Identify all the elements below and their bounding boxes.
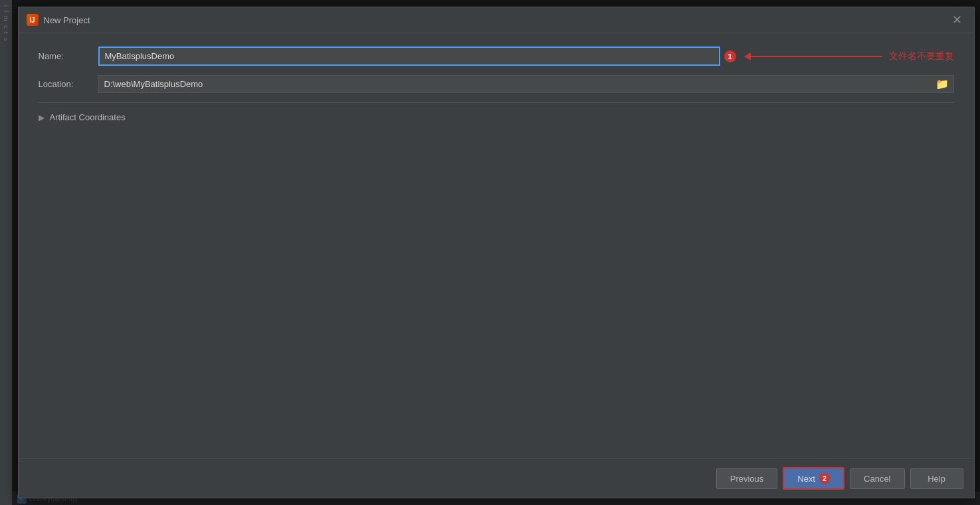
dialog-titlebar: IJ New Project ✕	[19, 7, 974, 33]
next-label: Next	[797, 474, 815, 484]
annotation-text: 文件名不要重复	[889, 50, 954, 62]
app-icon: IJ	[27, 14, 39, 26]
divider	[39, 102, 954, 103]
location-row: Location: 📁	[39, 75, 954, 93]
dialog-footer: Previous Next 2 Cancel Help	[19, 458, 974, 498]
sidebar-text2: l	[3, 11, 9, 12]
name-row: Name: 1 文件名不要重复	[39, 47, 954, 66]
annotation-arrow: 文件名不要重复	[749, 50, 954, 62]
location-label: Location:	[39, 79, 98, 89]
sidebar-text5: t	[3, 32, 9, 34]
close-button[interactable]: ✕	[948, 13, 966, 27]
cancel-button[interactable]: Cancel	[850, 468, 904, 489]
dialog-title: New Project	[44, 15, 948, 25]
chevron-right-icon: ▶	[39, 113, 45, 122]
name-input-wrapper: 1 文件名不要重复	[98, 47, 954, 66]
location-input[interactable]	[98, 75, 954, 93]
sidebar-text3: m	[3, 16, 9, 21]
dialog-overlay: IJ New Project ✕ Name: 1 文件名不要重复	[12, 0, 980, 505]
sidebar: i l m c t c	[0, 0, 12, 505]
sidebar-text4: c	[3, 25, 9, 29]
artifact-coordinates-label: Artifact Coordinates	[50, 112, 126, 122]
help-button[interactable]: Help	[910, 468, 963, 489]
dialog-content: Name: 1 文件名不要重复 Location:	[19, 33, 974, 458]
name-label: Name:	[39, 51, 98, 61]
location-input-wrapper: 📁	[98, 75, 954, 93]
browse-folder-button[interactable]: 📁	[933, 76, 951, 92]
name-input[interactable]	[98, 47, 720, 66]
sidebar-text: i	[3, 5, 9, 7]
previous-button[interactable]: Previous	[716, 468, 778, 489]
arrow-line	[749, 56, 882, 57]
new-project-dialog: IJ New Project ✕ Name: 1 文件名不要重复	[18, 7, 975, 498]
name-badge: 1	[724, 50, 736, 62]
artifact-coordinates-section[interactable]: ▶ Artifact Coordinates	[39, 110, 954, 125]
main-area: IJ New Project ✕ Name: 1 文件名不要重复	[12, 0, 980, 505]
next-badge: 2	[819, 473, 830, 484]
next-button[interactable]: Next 2	[783, 467, 844, 490]
sidebar-text6: c	[3, 38, 9, 41]
